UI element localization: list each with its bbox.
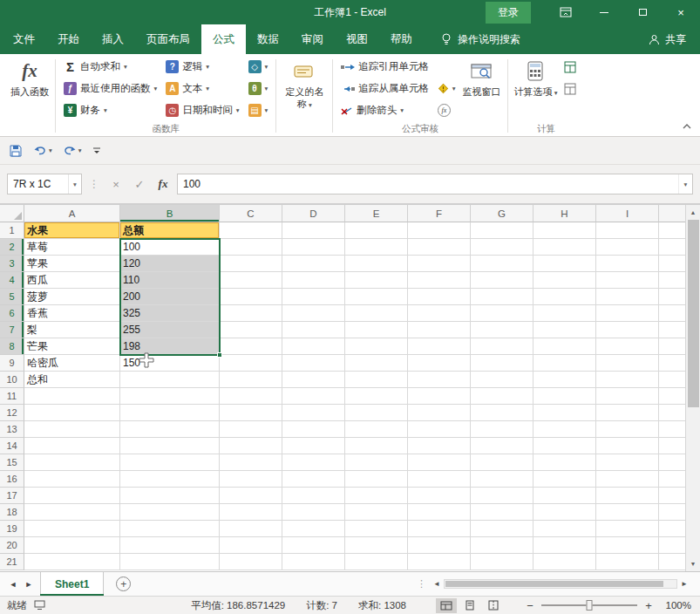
cell-E20[interactable] xyxy=(345,537,408,554)
cell-D7[interactable] xyxy=(282,322,345,338)
logical-button[interactable]: ? 逻辑 ▾ xyxy=(161,56,243,78)
watch-window-button[interactable]: 监视窗口 xyxy=(460,56,504,122)
remove-arrows-button[interactable]: 删除箭头 ▾ xyxy=(336,99,433,121)
text-button[interactable]: A 文本 ▾ xyxy=(161,78,243,99)
cell-E2[interactable] xyxy=(345,239,408,256)
zoom-out-button[interactable]: − xyxy=(525,599,535,612)
cell-B10[interactable] xyxy=(120,372,220,388)
cell-D6[interactable] xyxy=(282,305,345,322)
cell-I9[interactable] xyxy=(596,355,659,372)
cell-I5[interactable] xyxy=(596,289,659,305)
cell-F5[interactable] xyxy=(408,289,471,305)
vertical-scrollbar[interactable]: ▲ ▼ xyxy=(685,205,700,571)
cell-B9[interactable]: 150 xyxy=(120,355,220,372)
cell-E14[interactable] xyxy=(345,438,408,454)
cell-F13[interactable] xyxy=(408,421,471,438)
cell-H20[interactable] xyxy=(533,537,596,554)
cell-I21[interactable] xyxy=(596,554,659,570)
tab-home[interactable]: 开始 xyxy=(46,24,91,54)
cell-E9[interactable] xyxy=(345,355,408,372)
math-trig-button[interactable]: θ ▾ xyxy=(244,78,273,99)
cell-C13[interactable] xyxy=(220,421,282,438)
cell-D8[interactable] xyxy=(282,338,345,355)
cell-D16[interactable] xyxy=(282,471,345,488)
cell-B5[interactable]: 200 xyxy=(120,289,220,305)
horizontal-scrollbar-thumb[interactable] xyxy=(445,581,663,587)
cell-B3[interactable]: 120 xyxy=(120,256,220,272)
cell-E10[interactable] xyxy=(345,372,408,388)
cell-E6[interactable] xyxy=(345,305,408,322)
cell-B14[interactable] xyxy=(120,438,220,454)
cell-C15[interactable] xyxy=(220,454,282,471)
col-header-C[interactable]: C xyxy=(220,205,282,222)
cell-B17[interactable] xyxy=(120,488,220,504)
cell-D4[interactable] xyxy=(282,272,345,289)
cell-H12[interactable] xyxy=(533,405,596,421)
cell-E8[interactable] xyxy=(345,338,408,355)
close-button[interactable]: × xyxy=(662,0,700,24)
cell-D21[interactable] xyxy=(282,554,345,570)
cell-D20[interactable] xyxy=(282,537,345,554)
cell-G3[interactable] xyxy=(471,256,533,272)
fill-handle[interactable] xyxy=(217,352,222,358)
row-header-1[interactable]: 1 xyxy=(0,222,24,239)
tab-page-layout[interactable]: 页面布局 xyxy=(135,24,201,54)
maximize-button[interactable] xyxy=(623,0,662,24)
ribbon-display-options-button[interactable] xyxy=(547,0,585,24)
cell-D18[interactable] xyxy=(282,504,345,521)
cell-E13[interactable] xyxy=(345,421,408,438)
row-header-15[interactable]: 15 xyxy=(0,454,24,471)
cell-C18[interactable] xyxy=(220,504,282,521)
cell-A3[interactable]: 苹果 xyxy=(24,256,120,272)
cell-A6[interactable]: 香蕉 xyxy=(24,305,120,322)
chevron-down-icon[interactable]: ▾ xyxy=(68,174,81,194)
row-header-20[interactable]: 20 xyxy=(0,537,24,554)
row-header-16[interactable]: 16 xyxy=(0,471,24,488)
view-normal-button[interactable] xyxy=(436,598,457,613)
cell-B20[interactable] xyxy=(120,537,220,554)
undo-button[interactable]: ▾ xyxy=(33,145,52,156)
cell-F8[interactable] xyxy=(408,338,471,355)
cell-G10[interactable] xyxy=(471,372,533,388)
cell-E12[interactable] xyxy=(345,405,408,421)
cell-H11[interactable] xyxy=(533,388,596,405)
lookup-reference-button[interactable]: ◇ ▾ xyxy=(244,56,273,78)
cell-A19[interactable] xyxy=(24,521,120,537)
cell-I16[interactable] xyxy=(596,471,659,488)
cell-I13[interactable] xyxy=(596,421,659,438)
cell-D19[interactable] xyxy=(282,521,345,537)
share-button[interactable]: 共享 xyxy=(649,24,686,54)
evaluate-formula-button[interactable]: fx xyxy=(433,99,460,121)
cell-F2[interactable] xyxy=(408,239,471,256)
cell-D15[interactable] xyxy=(282,454,345,471)
sheet-nav-left-button[interactable]: ◄ xyxy=(5,572,21,596)
cell-G18[interactable] xyxy=(471,504,533,521)
cell-H8[interactable] xyxy=(533,338,596,355)
cell-H15[interactable] xyxy=(533,454,596,471)
cell-A12[interactable] xyxy=(24,405,120,421)
zoom-level[interactable]: 100% xyxy=(660,600,691,611)
zoom-slider[interactable] xyxy=(541,604,637,606)
cell-A7[interactable]: 梨 xyxy=(24,322,120,338)
hscroll-left-button[interactable]: ◄ xyxy=(430,580,444,588)
cell-G2[interactable] xyxy=(471,239,533,256)
cell-D5[interactable] xyxy=(282,289,345,305)
row-header-5[interactable]: 5 xyxy=(0,289,24,305)
tab-formulas[interactable]: 公式 xyxy=(201,24,246,54)
select-all-corner[interactable] xyxy=(0,205,24,222)
cell-C17[interactable] xyxy=(220,488,282,504)
calculation-options-button[interactable]: 计算选项 ▾ xyxy=(512,56,561,122)
cell-H5[interactable] xyxy=(533,289,596,305)
cell-G7[interactable] xyxy=(471,322,533,338)
cell-C7[interactable] xyxy=(220,322,282,338)
cell-E17[interactable] xyxy=(345,488,408,504)
cell-G20[interactable] xyxy=(471,537,533,554)
cell-D1[interactable] xyxy=(282,222,345,239)
cell-E11[interactable] xyxy=(345,388,408,405)
cell-F6[interactable] xyxy=(408,305,471,322)
cell-C10[interactable] xyxy=(220,372,282,388)
cell-F11[interactable] xyxy=(408,388,471,405)
tab-help[interactable]: 帮助 xyxy=(379,24,424,54)
recent-functions-button[interactable]: ƒ 最近使用的函数 ▾ xyxy=(59,78,161,99)
cell-H9[interactable] xyxy=(533,355,596,372)
